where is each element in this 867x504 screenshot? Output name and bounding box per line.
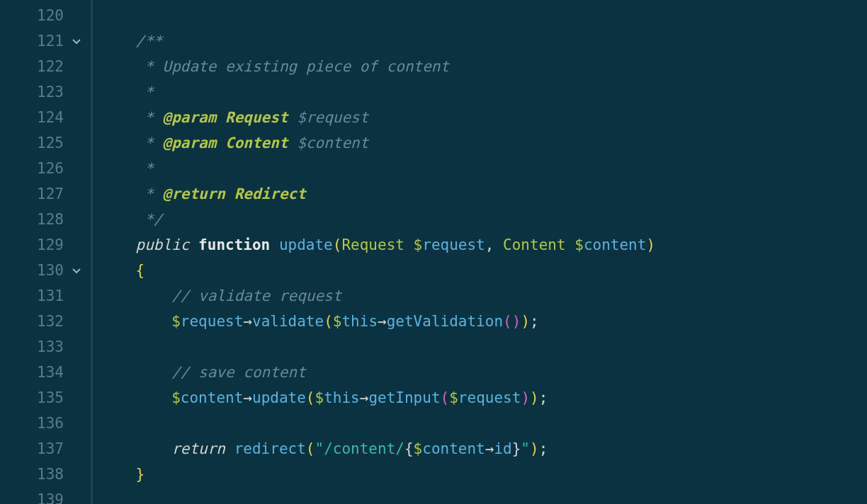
code-line[interactable]: */	[100, 207, 867, 232]
code-line[interactable]: /**	[100, 28, 867, 54]
gutter-line[interactable]: 139	[0, 487, 91, 504]
gutter-line[interactable]: 124	[0, 105, 91, 130]
line-number: 121	[21, 28, 64, 54]
comment: // validate request	[171, 283, 341, 309]
dollar: $	[171, 309, 181, 334]
chevron-down-icon[interactable]	[68, 265, 85, 276]
code-line[interactable]: {	[100, 258, 867, 283]
paren-close: )	[521, 309, 530, 334]
line-number: 137	[21, 436, 64, 462]
docblock-star: *	[136, 181, 163, 207]
line-number: 132	[21, 309, 64, 334]
gutter-line[interactable]: 129	[0, 232, 91, 258]
docblock-text: Update existing piece of content	[163, 54, 450, 79]
code-line[interactable]	[100, 487, 867, 504]
doc-tag: @return	[163, 181, 226, 207]
line-number: 127	[21, 181, 64, 207]
keyword-public: public	[136, 232, 190, 258]
code-line[interactable]: * @return Redirect	[100, 181, 867, 207]
code-editor: 120 121 122 123 124 125 126 127 128 129 …	[0, 0, 867, 504]
docblock-close: */	[136, 207, 163, 232]
gutter-line[interactable]: 131	[0, 283, 91, 309]
variable: content	[181, 385, 244, 411]
code-line[interactable]	[100, 334, 867, 360]
gutter-line[interactable]: 120	[0, 3, 91, 28]
gutter-line[interactable]: 137	[0, 436, 91, 462]
chevron-down-icon[interactable]	[68, 35, 85, 47]
dollar: $	[414, 436, 423, 462]
gutter-line[interactable]: 126	[0, 156, 91, 181]
comma: ,	[485, 232, 494, 258]
code-line[interactable]: }	[100, 462, 867, 487]
code-line[interactable]: $request→validate($this→getValidation())…	[100, 309, 867, 334]
dollar: $	[574, 232, 584, 258]
this-keyword: this	[324, 385, 360, 411]
line-number: 120	[21, 3, 64, 28]
paren-open: (	[333, 232, 342, 258]
code-line[interactable]: $content→update($this→getInput($request)…	[100, 385, 867, 411]
line-number: 124	[21, 105, 64, 130]
code-area[interactable]: /** * Update existing piece of content *…	[93, 0, 867, 504]
line-number: 134	[21, 360, 64, 385]
code-line[interactable]: // save content	[100, 360, 867, 385]
line-number: 135	[21, 385, 64, 411]
line-number: 131	[21, 283, 64, 309]
dollar: $	[449, 385, 458, 411]
line-number: 128	[21, 207, 64, 232]
gutter-line[interactable]: 123	[0, 79, 91, 105]
gutter-line[interactable]: 136	[0, 411, 91, 436]
code-line[interactable]: * @param Content $content	[100, 130, 867, 156]
gutter-line[interactable]: 130	[0, 258, 91, 283]
gutter-line[interactable]: 125	[0, 130, 91, 156]
code-line[interactable]: return redirect("/content/{$content→id}"…	[100, 436, 867, 462]
code-line[interactable]: * Update existing piece of content	[100, 54, 867, 79]
docblock-star: *	[136, 54, 163, 79]
doc-tag: @param	[163, 105, 217, 130]
doc-tag: @param	[163, 130, 217, 156]
code-line[interactable]	[100, 3, 867, 28]
code-line[interactable]: *	[100, 79, 867, 105]
gutter: 120 121 122 123 124 125 126 127 128 129 …	[0, 0, 91, 504]
doc-type: Redirect	[234, 181, 306, 207]
gutter-line[interactable]: 135	[0, 385, 91, 411]
semicolon: ;	[539, 385, 548, 411]
string-literal: "	[521, 436, 530, 462]
gutter-line[interactable]: 122	[0, 54, 91, 79]
docblock-star: *	[136, 130, 163, 156]
brace-close: }	[136, 462, 145, 487]
gutter-line[interactable]: 132	[0, 309, 91, 334]
line-number: 129	[21, 232, 64, 258]
line-number: 130	[21, 258, 64, 283]
string-literal: "/content/	[314, 436, 404, 462]
gutter-line[interactable]: 138	[0, 462, 91, 487]
method-call: getInput	[368, 385, 440, 411]
arrow-op: →	[243, 385, 252, 411]
paren-close: )	[646, 232, 655, 258]
interp-close: }	[512, 436, 521, 462]
variable: request	[181, 309, 244, 334]
arrow-op: →	[485, 436, 494, 462]
code-line[interactable]: public function update(Request $request,…	[100, 232, 867, 258]
line-number: 138	[21, 462, 64, 487]
method-call: getValidation	[387, 309, 503, 334]
code-line[interactable]: *	[100, 156, 867, 181]
gutter-line[interactable]: 127	[0, 181, 91, 207]
gutter-line[interactable]: 121	[0, 28, 91, 54]
arrow-op: →	[360, 385, 369, 411]
line-number: 136	[21, 411, 64, 436]
gutter-line[interactable]: 128	[0, 207, 91, 232]
method-call: validate	[252, 309, 324, 334]
code-line[interactable]: // validate request	[100, 283, 867, 309]
gutter-line[interactable]: 133	[0, 334, 91, 360]
doc-type: Content	[225, 130, 288, 156]
doc-var: $content	[297, 130, 368, 156]
docblock-star: *	[136, 79, 154, 105]
gutter-line[interactable]: 134	[0, 360, 91, 385]
paren-open: (	[324, 309, 333, 334]
semicolon: ;	[539, 436, 548, 462]
paren-open: (	[306, 385, 315, 411]
line-number: 125	[21, 130, 64, 156]
code-line[interactable]: * @param Request $request	[100, 105, 867, 130]
line-number: 122	[21, 54, 64, 79]
code-line[interactable]	[100, 411, 867, 436]
